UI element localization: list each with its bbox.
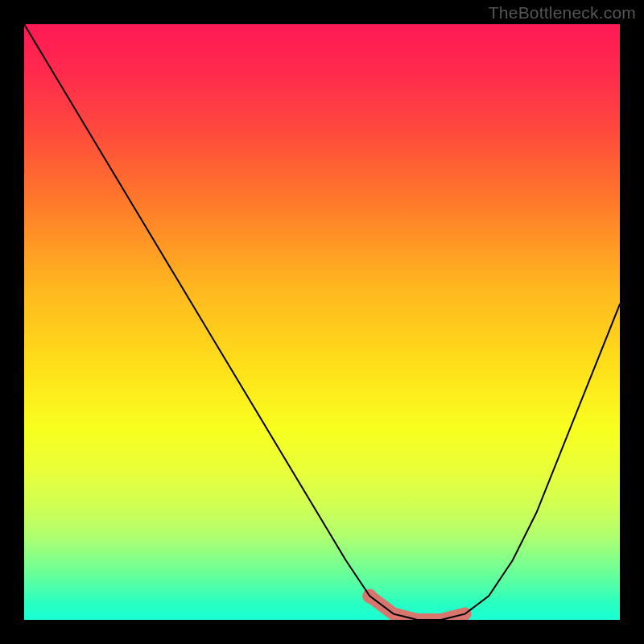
watermark-text: TheBottleneck.com: [489, 3, 636, 23]
optimal-range-highlight: [369, 596, 464, 620]
plot-area: [24, 24, 620, 620]
curve-svg: [24, 24, 620, 620]
chart-frame: TheBottleneck.com: [0, 0, 644, 644]
bottleneck-curve: [24, 24, 620, 620]
